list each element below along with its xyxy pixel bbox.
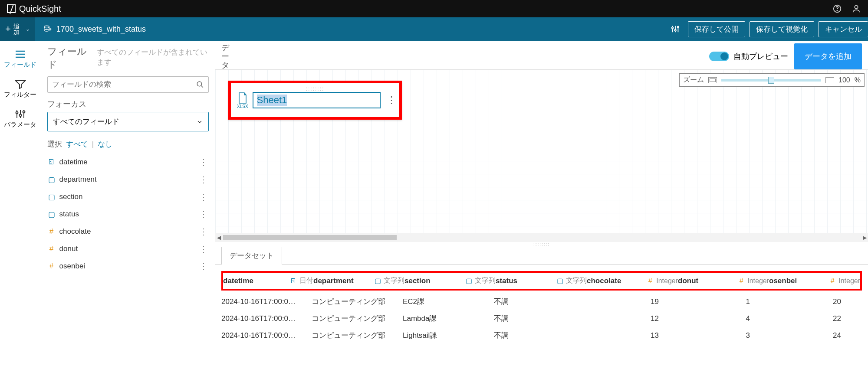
svg-point-10 (197, 82, 202, 86)
zoom-full-icon[interactable] (825, 77, 834, 83)
field-item-section[interactable]: ▢ section ⋮ (47, 188, 209, 206)
field-label: donut (59, 245, 78, 253)
fields-subtitle: すべてのフィールドが含まれています (97, 47, 209, 67)
select-none-link[interactable]: なし (98, 140, 112, 148)
scrollbar-thumb[interactable] (223, 235, 397, 240)
more-icon[interactable]: ⋮ (199, 244, 208, 254)
more-icon[interactable]: ⋮ (199, 174, 208, 185)
field-label: status (59, 210, 79, 219)
num-icon: # (48, 263, 55, 270)
select-all-link[interactable]: すべて (66, 140, 88, 148)
field-label: chocolate (59, 227, 91, 236)
table-header-row: datetime 🗓日付 department ▢文字列 section ▢文字… (223, 273, 860, 289)
select-row: 選択 すべて | なし (47, 139, 209, 149)
more-icon[interactable]: ⋮ (199, 157, 208, 167)
num-icon: # (48, 228, 55, 235)
filter-icon (15, 79, 26, 89)
more-icon[interactable]: ⋮ (199, 226, 208, 237)
more-icon[interactable]: ⋮ (199, 209, 208, 219)
str-icon: ▢ (48, 193, 55, 200)
xlsx-file-icon: XLSX (237, 92, 248, 109)
string-icon: ▢ (465, 278, 472, 284)
number-icon: # (647, 278, 654, 284)
dataset-tab[interactable]: データセット (221, 247, 282, 265)
zoom-bar: ズーム 100 % (679, 73, 865, 87)
user-icon[interactable] (852, 4, 861, 13)
field-label: datetime (59, 158, 88, 167)
help-icon[interactable] (832, 4, 842, 13)
data-source-node[interactable]: :::::::: XLSX ⋮ (228, 81, 402, 120)
svg-point-3 (44, 26, 49, 28)
field-item-osenbei[interactable]: # osenbei ⋮ (47, 258, 209, 275)
canvas-area: データ 自動プレビュー データを追加 ズーム 100 % :::::::: (215, 41, 868, 369)
focus-label: フォーカス (47, 99, 209, 109)
cancel-button[interactable]: キャンセル (819, 21, 868, 37)
save-publish-button[interactable]: 保存して公開 (688, 21, 745, 37)
calendar-icon: 🗓 (290, 278, 297, 284)
add-data-button[interactable]: データを追加 (794, 43, 862, 69)
node-more-icon[interactable]: ⋮ (387, 95, 396, 106)
scroll-right-icon[interactable]: ▶ (861, 235, 868, 241)
chevron-down-icon (196, 118, 203, 125)
field-item-chocolate[interactable]: # chocolate ⋮ (47, 223, 209, 240)
plus-icon: + (5, 23, 11, 35)
num-icon: # (48, 245, 55, 252)
svg-point-2 (855, 6, 858, 9)
auto-preview-toggle[interactable] (709, 52, 729, 61)
database-icon (43, 25, 52, 33)
svg-point-8 (19, 114, 21, 117)
svg-point-7 (16, 112, 18, 114)
field-search-input[interactable] (52, 80, 196, 89)
settings-sliders-icon[interactable] (671, 24, 680, 34)
str-icon: ▢ (48, 176, 55, 183)
focus-dropdown[interactable]: すべてのフィールド (47, 112, 209, 131)
rail-fields[interactable]: フィールド (0, 45, 41, 75)
dataset-breadcrumb[interactable]: 1700_sweets_with_status (36, 25, 154, 34)
add-button[interactable]: + 追 加 ⌄ (0, 17, 36, 41)
rail-parameters[interactable]: パラメータ (0, 105, 41, 135)
field-item-status[interactable]: ▢ status ⋮ (47, 206, 209, 223)
auto-preview: 自動プレビュー (709, 43, 788, 69)
field-label: section (59, 193, 83, 201)
left-rail: フィールド フィルター パラメータ (0, 41, 41, 369)
app-logo[interactable]: QuickSight (7, 4, 61, 14)
dataset-toolbar: + 追 加 ⌄ 1700_sweets_with_status 保存して公開 保… (0, 17, 868, 41)
number-icon: # (738, 278, 745, 284)
zoom-fit-icon[interactable] (708, 77, 717, 83)
str-icon: ▢ (48, 211, 55, 218)
preview-table: datetime 🗓日付 department ▢文字列 section ▢文字… (215, 265, 868, 344)
drag-handle-icon[interactable]: :::::::: (306, 86, 325, 92)
table-row[interactable]: 2024-10-16T17:00:0… コンピューティング部 Lightsail… (221, 327, 862, 344)
zoom-value: 100 (838, 76, 850, 84)
field-item-donut[interactable]: # donut ⋮ (47, 240, 209, 258)
field-search[interactable] (47, 76, 209, 93)
svg-point-5 (674, 29, 676, 31)
more-icon[interactable]: ⋮ (199, 261, 208, 271)
search-icon (196, 81, 204, 88)
scroll-left-icon[interactable]: ◀ (215, 235, 222, 241)
zoom-slider[interactable] (721, 79, 821, 82)
table-row[interactable]: 2024-10-16T17:00:0… コンピューティング部 EC2課 不調 1… (221, 293, 862, 310)
save-visualize-button[interactable]: 保存して視覚化 (750, 21, 814, 37)
string-icon: ▢ (556, 278, 563, 284)
rail-filters[interactable]: フィルター (0, 75, 41, 105)
fields-title: フィールド (47, 45, 92, 71)
svg-point-6 (677, 26, 679, 28)
sheet-name-input[interactable] (253, 92, 381, 108)
field-item-department[interactable]: ▢ department ⋮ (47, 171, 209, 188)
dataset-name: 1700_sweets_with_status (56, 25, 146, 34)
field-item-datetime[interactable]: 🗓 datetime ⋮ (47, 153, 209, 171)
dataset-tab-row: データセット (215, 246, 868, 265)
number-icon: # (829, 278, 836, 284)
canvas-grid[interactable]: ズーム 100 % :::::::: XLSX ⋮ (215, 69, 868, 233)
table-row[interactable]: 2024-10-16T17:00:0… コンピューティング部 Lambda課 不… (221, 310, 862, 327)
more-icon[interactable]: ⋮ (199, 192, 208, 202)
svg-point-9 (23, 111, 25, 113)
app-topbar: QuickSight (0, 0, 868, 17)
canvas-horizontal-scrollbar[interactable]: ◀ ▶ (215, 233, 868, 242)
app-name: QuickSight (19, 4, 61, 14)
splitter-handle-icon[interactable]: :::::::: (215, 242, 868, 246)
field-label: department (59, 175, 97, 184)
fields-panel: フィールド すべてのフィールドが含まれています フォーカス すべてのフィールド … (41, 41, 215, 369)
cal-icon: 🗓 (48, 159, 55, 166)
